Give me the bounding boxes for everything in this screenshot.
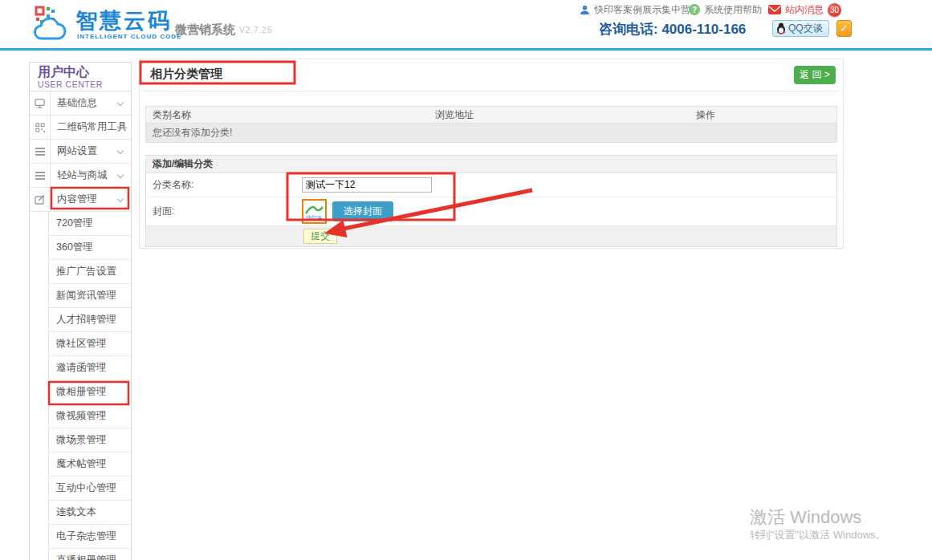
sidebar-subitem-720[interactable]: 720管理 <box>48 212 131 236</box>
choose-cover-button[interactable]: 选择封面 <box>332 201 393 221</box>
sidebar-subitem-scene[interactable]: 微场景管理 <box>48 428 131 452</box>
sidebar-item-label: 内容管理 <box>51 188 97 211</box>
sidebar-subitem-invitation[interactable]: 邀请函管理 <box>48 356 131 380</box>
qrcode-icon <box>30 116 51 139</box>
form-row-cover: 封面: 快印客 选择封面 <box>146 197 836 226</box>
sidebar-subtitle: USER CENTER <box>38 79 131 89</box>
hotline: 咨询电话: 4006-110-166 <box>599 20 746 39</box>
form-row-name: 分类名称: <box>146 173 836 197</box>
sidebar-subitem-emagazine[interactable]: 电子杂志管理 <box>48 525 131 549</box>
sidebar-item-label: 轻站与商城 <box>51 164 108 187</box>
empty-message: 您还没有添加分类! <box>146 126 435 140</box>
cover-label: 封面: <box>146 205 302 218</box>
category-table: 类别名称 浏览地址 操作 您还没有添加分类! <box>145 106 837 143</box>
col-header-url: 浏览地址 <box>435 108 696 122</box>
header-divider <box>0 48 932 51</box>
monitor-icon <box>30 91 51 115</box>
case-showcase-link[interactable]: 快印客案例展示集中营 <box>580 2 690 17</box>
sidebar-item-basic-info[interactable]: 基础信息 <box>30 91 131 116</box>
sidebar-item-label: 二维码常用工具 <box>51 116 128 139</box>
svg-text:快印客: 快印客 <box>305 215 323 221</box>
hotline-number: 4006-110-166 <box>661 22 746 37</box>
page-title: 相片分类管理 <box>150 67 222 82</box>
chevron-down-icon <box>117 196 124 202</box>
sidebar-title: 用户中心 <box>38 65 131 79</box>
windows-activation-watermark: 激活 Windows <box>750 505 861 530</box>
help-icon: ? <box>689 4 700 15</box>
system-help-link[interactable]: ? 系统使用帮助 <box>689 2 762 17</box>
brand-tagline: INTELLIGENT CLOUD CODE <box>77 33 181 40</box>
list-icon <box>30 164 51 187</box>
sidebar-item-qrcode-tools[interactable]: 二维码常用工具 <box>30 116 131 140</box>
site-messages-label: 站内消息 <box>785 3 824 17</box>
submit-button[interactable]: 提交 <box>303 229 337 244</box>
table-empty-row: 您还没有添加分类! <box>145 124 837 143</box>
list-icon <box>30 140 51 163</box>
sidebar-subitem-live-album[interactable]: 直播相册管理 <box>48 549 131 560</box>
site-messages-link[interactable]: 站内消息 30 <box>768 2 841 17</box>
cover-thumbnail[interactable]: 快印客 <box>302 199 327 224</box>
sidebar-subitem-photo-album[interactable]: 微相册管理 <box>48 380 131 404</box>
category-name-input[interactable] <box>302 177 432 193</box>
qq-penguin-icon <box>776 22 786 34</box>
sidebar-subitem-interaction[interactable]: 互动中心管理 <box>48 477 131 501</box>
sidebar-header: 用户中心 USER CENTER <box>30 63 131 91</box>
qq-status-toggle[interactable]: ✓ <box>836 20 852 37</box>
sidebar-item-site-settings[interactable]: 网站设置 <box>30 140 131 164</box>
col-header-name: 类别名称 <box>146 108 435 122</box>
chevron-down-icon <box>117 172 124 178</box>
table-header-row: 类别名称 浏览地址 操作 <box>145 106 837 124</box>
sidebar-subitem-serial-text[interactable]: 连载文本 <box>48 501 131 525</box>
form-section-title: 添加/编辑分类 <box>146 156 836 173</box>
windows-activation-hint: 转到"设置"以激活 Windows。 <box>750 528 886 542</box>
sidebar: 用户中心 USER CENTER 基础信息 二维码常用工具 网站设置 <box>29 62 132 560</box>
sidebar-subitem-magic-post[interactable]: 魔术帖管理 <box>48 452 131 477</box>
brand-version: V2.7.25 <box>239 26 272 34</box>
sidebar-subitem-video[interactable]: 微视频管理 <box>48 404 131 428</box>
system-help-label: 系统使用帮助 <box>704 3 762 17</box>
sidebar-subitem-recruit[interactable]: 人才招聘管理 <box>48 308 131 332</box>
qq-chat-button[interactable]: QQ交谈 <box>772 20 829 37</box>
hotline-label: 咨询电话: <box>599 22 661 37</box>
title-divider <box>144 91 839 91</box>
form-row-submit: 提交 <box>146 226 836 246</box>
sidebar-item-lightsite-mall[interactable]: 轻站与商城 <box>30 164 131 188</box>
col-header-actions: 操作 <box>696 108 836 122</box>
sidebar-subitem-360[interactable]: 360管理 <box>48 236 131 260</box>
sidebar-item-label: 基础信息 <box>51 91 97 115</box>
chevron-down-icon <box>117 99 124 106</box>
cover-thumbnail-logo-icon: 快印客 <box>303 201 325 222</box>
case-showcase-label: 快印客案例展示集中营 <box>594 3 690 17</box>
sidebar-item-label: 网站设置 <box>51 140 97 163</box>
back-button[interactable]: 返 回 > <box>794 66 836 84</box>
sidebar-subitem-news[interactable]: 新闻资讯管理 <box>48 284 131 308</box>
brand-product: 微营销系统 <box>175 22 235 38</box>
chevron-down-icon <box>117 148 124 154</box>
qq-chat-label: QQ交谈 <box>788 22 823 35</box>
add-edit-category-form: 添加/编辑分类 分类名称: 封面: 快印客 选择封面 提交 <box>145 155 837 247</box>
person-icon <box>580 5 590 15</box>
sidebar-subitem-community[interactable]: 微社区管理 <box>48 332 131 356</box>
mail-icon <box>768 5 781 14</box>
brand-logo-icon <box>34 5 72 43</box>
sidebar-item-content-management[interactable]: 内容管理 <box>30 188 131 212</box>
name-label: 分类名称: <box>146 178 302 192</box>
sidebar-subitem-ads[interactable]: 推广广告设置 <box>48 260 131 284</box>
edit-icon <box>30 188 51 211</box>
brand-name: 智慧云码 <box>75 6 172 35</box>
message-count-badge: 30 <box>828 3 841 17</box>
svg-text:?: ? <box>692 6 697 14</box>
main-panel: 相片分类管理 返 回 > 类别名称 浏览地址 操作 您还没有添加分类! 添加/编… <box>139 59 844 249</box>
app-window: 智慧云码 INTELLIGENT CLOUD CODE 微营销系统 V2.7.2… <box>0 0 932 560</box>
